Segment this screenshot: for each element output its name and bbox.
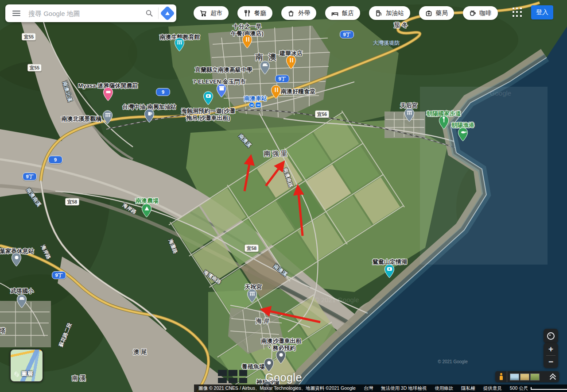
chip-coffee[interactable]: 咖啡 (463, 6, 498, 20)
chip-label: 咖啡 (480, 9, 492, 17)
railway-icon[interactable] (249, 102, 255, 108)
directions-icon (160, 6, 175, 21)
layers-icon (14, 372, 19, 377)
takeout-icon (287, 10, 295, 17)
chip-pharmacy[interactable]: 藥局 (419, 6, 454, 20)
search-card (5, 4, 176, 22)
chip-label: 外帶 (298, 9, 310, 17)
feedback-link[interactable]: 提供意見 (483, 385, 502, 392)
search-button[interactable] (140, 4, 158, 22)
coffee-icon (469, 10, 476, 17)
rest-stop-pin-icon[interactable] (12, 253, 22, 267)
terms-link[interactable]: 使用條款 (435, 385, 453, 392)
imagery-credit: 圖像 © 2021 CNES / Airbus、Maxar Technologi… (198, 385, 356, 392)
train-station-icon[interactable] (256, 102, 261, 108)
chip-takeout[interactable]: 外帶 (281, 6, 316, 20)
category-chips: 超市 餐廳 外帶 飯店 加油站 藥局 咖啡 (194, 6, 498, 20)
no-3d-label: 無法使用 3D 地球檢視 (381, 385, 427, 392)
imagery-bar (495, 371, 559, 382)
fishing-port-pin-icon[interactable] (458, 127, 468, 142)
chip-label: 超市 (210, 9, 222, 17)
attribution-bar: 圖像 © 2021 CNES / Airbus、Maxar Technologi… (194, 384, 567, 392)
search-icon (145, 9, 153, 17)
camera-pin-icon[interactable] (203, 91, 214, 105)
sign-in-button[interactable]: 登入 (531, 5, 553, 19)
menu-icon[interactable] (12, 11, 20, 16)
school-pin-icon[interactable] (17, 294, 27, 308)
gas-station-pin-icon[interactable] (144, 109, 155, 123)
chip-supermarket[interactable]: 超市 (194, 6, 229, 20)
imagery-thumbnails (507, 373, 542, 380)
restaurant-pin-icon[interactable] (242, 35, 252, 49)
generic-pin-icon[interactable] (276, 350, 286, 364)
chip-hotels[interactable]: 飯店 (325, 6, 360, 20)
chip-restaurants[interactable]: 餐廳 (237, 6, 272, 20)
layers-minimap[interactable]: 圖層 (10, 349, 43, 382)
region-label: 台灣 (364, 385, 373, 392)
cart-icon (200, 10, 207, 17)
restaurant-pin-icon[interactable] (286, 55, 296, 69)
restaurant-icon (244, 10, 251, 17)
store-pin-icon[interactable] (217, 84, 227, 98)
directions-button[interactable] (159, 4, 176, 22)
imagery-thumbnail[interactable] (510, 373, 519, 380)
gas-station-icon (375, 10, 382, 17)
chip-label: 餐廳 (254, 9, 266, 17)
chip-label: 飯店 (342, 9, 354, 17)
google-maps-app: 南澳生態教育館 十分之一早 午餐(南澳店) 茄冬 南澳 建華冰店 大灣溪堤防 宜… (0, 0, 567, 392)
privacy-link[interactable]: 隱私權 (461, 385, 475, 392)
chip-label: 加油站 (386, 9, 404, 17)
chip-label: 藥局 (436, 9, 448, 17)
my-location-button[interactable] (544, 329, 558, 343)
hotel-pin-icon[interactable] (103, 87, 113, 101)
hiking-pin-icon[interactable] (439, 115, 449, 130)
camera-pin-icon[interactable] (384, 264, 395, 278)
chip-gas[interactable]: 加油站 (369, 6, 410, 20)
generic-pin-icon[interactable] (264, 358, 274, 372)
hotel-icon (331, 10, 338, 17)
temple-pin-icon[interactable] (404, 108, 415, 122)
zoom-out-button[interactable]: − (544, 356, 558, 368)
layers-label: 圖層 (21, 370, 33, 378)
search-input[interactable] (27, 9, 140, 18)
scale-label: 500 公尺 (510, 385, 528, 392)
highlight-region (420, 87, 548, 265)
my-location-icon (547, 332, 555, 340)
expand-imagery-icon[interactable] (550, 374, 555, 380)
imagery-thumbnail[interactable] (530, 373, 540, 380)
campground-pin-icon[interactable] (142, 204, 152, 218)
museum-pin-icon[interactable] (175, 38, 185, 52)
google-apps-icon[interactable] (513, 8, 522, 17)
zoom-in-button[interactable]: + (544, 343, 558, 355)
bridge-pin-icon[interactable] (103, 110, 113, 124)
school-pin-icon[interactable] (260, 61, 270, 75)
temple-pin-icon[interactable] (247, 289, 257, 303)
scale-bar (531, 387, 567, 390)
pharmacy-icon (425, 10, 432, 17)
satellite-map[interactable] (0, 0, 567, 392)
restaurant-pin-icon[interactable] (271, 85, 281, 99)
imagery-thumbnail[interactable] (520, 373, 529, 380)
zoom-controls: + − (544, 343, 558, 368)
pegman-icon[interactable] (495, 371, 507, 382)
map-scale: 500 公尺 (510, 385, 567, 392)
